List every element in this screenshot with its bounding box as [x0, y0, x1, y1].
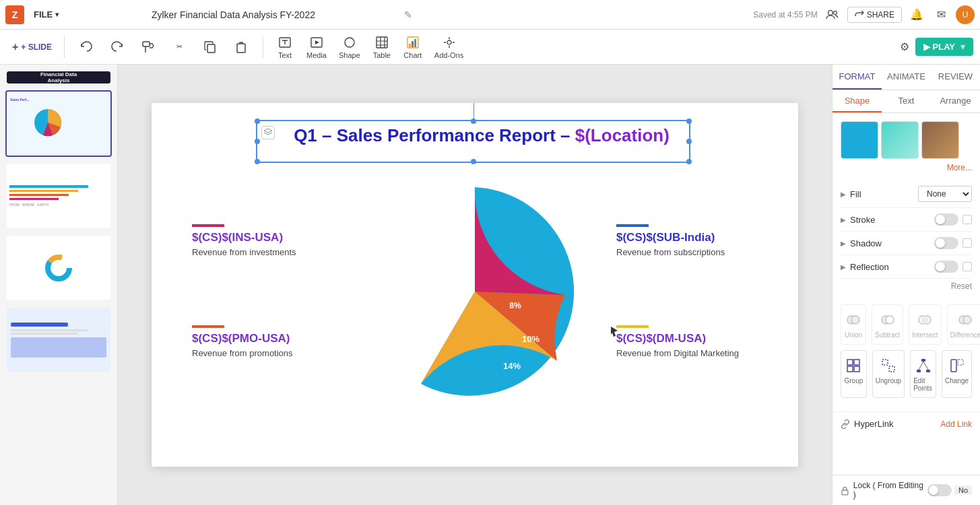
legend-pmo-label: $(CS)$(PMO-USA) [192, 332, 327, 345]
group-button[interactable]: Group [841, 350, 867, 398]
difference-button[interactable]: Difference [947, 304, 980, 345]
slide-thumbnail-1[interactable]: 1 Financial DataAnalysis [5, 70, 112, 85]
settings-icon[interactable]: ⚙ [895, 38, 914, 57]
subtab-text[interactable]: Text [882, 90, 931, 112]
legend-ins-label: $(CS)$(INS-USA) [192, 231, 327, 244]
shadow-control: ▶ Shadow [841, 232, 972, 255]
boolean-ops-row: Union Subtract Intersect [841, 304, 972, 345]
legend-pmo-sub: Revenue from promotions [192, 348, 327, 358]
slide-thumbnail-2[interactable]: 2 Sales Perf... [5, 90, 112, 157]
change-icon [948, 356, 967, 375]
subtab-shape[interactable]: Shape [832, 90, 882, 112]
add-slide-button[interactable]: + + SLIDE [7, 38, 57, 56]
reflection-toggle[interactable] [934, 261, 958, 273]
hyperlink-section: HyperLink Add Link [832, 411, 980, 436]
color-swatch-wood[interactable] [921, 121, 959, 159]
color-swatch-light-teal[interactable] [881, 121, 919, 159]
copy-button[interactable] [195, 37, 225, 57]
slide-title: Q1 – Sales Performance Report – $(Locati… [269, 125, 694, 146]
intersect-button[interactable]: Intersect [909, 304, 941, 345]
legend-ins: $(CS)$(INS-USA) Revenue from investments [192, 224, 327, 257]
shadow-checkbox[interactable] [962, 238, 972, 248]
stroke-checkbox[interactable] [962, 215, 972, 224]
svg-text:14%: 14% [503, 361, 521, 371]
share-button[interactable]: SHARE [847, 7, 902, 23]
chart-tool[interactable]: Chart [398, 32, 428, 62]
lock-status: No [954, 485, 972, 495]
mail-icon[interactable]: ✉ [932, 5, 950, 24]
svg-point-29 [963, 316, 971, 324]
fill-arrow[interactable]: ▶ [841, 191, 846, 198]
subtab-arrange[interactable]: Arrange [931, 90, 980, 112]
tab-format[interactable]: FORMAT [832, 65, 882, 90]
legend-sub-bar [616, 224, 649, 227]
svg-rect-2 [143, 42, 150, 46]
tab-animate[interactable]: ANIMATE [882, 65, 931, 90]
lock-section: Lock ( From Editing ) No [832, 475, 980, 505]
color-section: More... [832, 113, 980, 180]
paint-format-button[interactable] [133, 37, 163, 57]
legend-dm-sub: Revenue from Digital Marketing [616, 348, 758, 358]
paste-button[interactable] [226, 37, 256, 57]
change-button[interactable]: Change [942, 350, 972, 398]
svg-rect-37 [917, 370, 921, 372]
stroke-control: ▶ Stroke [841, 208, 972, 232]
edit-points-button[interactable]: Edit Points [910, 350, 936, 398]
slide-thumbnail-5[interactable]: 5 [5, 306, 112, 373]
svg-rect-13 [414, 39, 416, 47]
ungroup-button[interactable]: Ungroup [872, 350, 905, 398]
user-avatar[interactable]: U [956, 5, 975, 24]
svg-rect-39 [951, 360, 956, 372]
stroke-toggle[interactable] [934, 213, 958, 226]
hyperlink-icon [841, 419, 850, 429]
addons-tool[interactable]: Add-Ons [429, 32, 469, 62]
undo-button[interactable] [71, 37, 101, 57]
reflection-checkbox[interactable] [962, 262, 972, 271]
file-menu[interactable]: FILE ▾ [30, 7, 63, 22]
svg-rect-36 [921, 359, 925, 362]
slide-thumbnail-4[interactable]: 4 [5, 234, 112, 301]
shape-operations: Union Subtract Intersect [832, 296, 980, 411]
collab-icon[interactable] [823, 5, 842, 24]
bell-icon[interactable]: 🔔 [907, 5, 926, 24]
color-swatch-teal[interactable] [841, 121, 878, 159]
reflection-arrow[interactable]: ▶ [841, 263, 846, 271]
legend-ins-sub: Revenue from investments [192, 247, 327, 257]
stroke-arrow[interactable]: ▶ [841, 216, 846, 224]
union-button[interactable]: Union [841, 304, 866, 345]
app-logo: Z [5, 5, 24, 24]
subtract-button[interactable]: Subtract [872, 304, 903, 345]
title-edit-icon[interactable]: ✎ [404, 9, 412, 20]
subtract-icon [878, 310, 897, 329]
difference-icon [956, 310, 975, 329]
redo-button[interactable] [102, 37, 132, 57]
intersect-label: Intersect [912, 331, 938, 339]
cut-button[interactable]: ✂ [164, 40, 194, 54]
fill-select[interactable]: None [918, 186, 972, 202]
text-tool[interactable]: Text [270, 32, 300, 62]
shadow-toggle[interactable] [934, 237, 958, 249]
canvas-area[interactable]: Q1 – Sales Performance Report – $(Locati… [118, 65, 832, 505]
add-link-button[interactable]: Add Link [940, 419, 972, 429]
reset-button[interactable]: Reset [832, 279, 980, 296]
divider-1 [64, 36, 65, 58]
pie-chart: 68% 14% 10% 8% [364, 180, 586, 405]
shadow-arrow[interactable]: ▶ [841, 240, 846, 247]
table-tool[interactable]: Table [367, 32, 397, 62]
media-tool[interactable]: Media [301, 32, 332, 62]
lock-label-text: Lock ( From Editing ) [853, 481, 927, 500]
lock-toggle[interactable] [927, 484, 952, 496]
svg-rect-11 [409, 44, 411, 47]
slide-thumbnail-3[interactable]: 3 FROMWHEREEARTH [5, 162, 112, 229]
ungroup-label: Ungroup [876, 377, 901, 384]
edit-points-label: Edit Points [913, 377, 933, 392]
slide-title-variable: $(Location) [575, 125, 669, 145]
legend-sub: $(CS)$(SUB-India) Revenue from subscript… [616, 224, 758, 257]
tab-review[interactable]: REVIEW [931, 65, 980, 90]
controls-section: ▶ Fill None ▶ Stroke [832, 180, 980, 279]
more-colors-button[interactable]: More... [841, 163, 972, 172]
fill-control: ▶ Fill None [841, 180, 972, 208]
shape-tool[interactable]: Shape [333, 32, 366, 62]
play-button[interactable]: ▶ PLAY ▾ [915, 38, 973, 56]
svg-rect-3 [207, 44, 215, 53]
